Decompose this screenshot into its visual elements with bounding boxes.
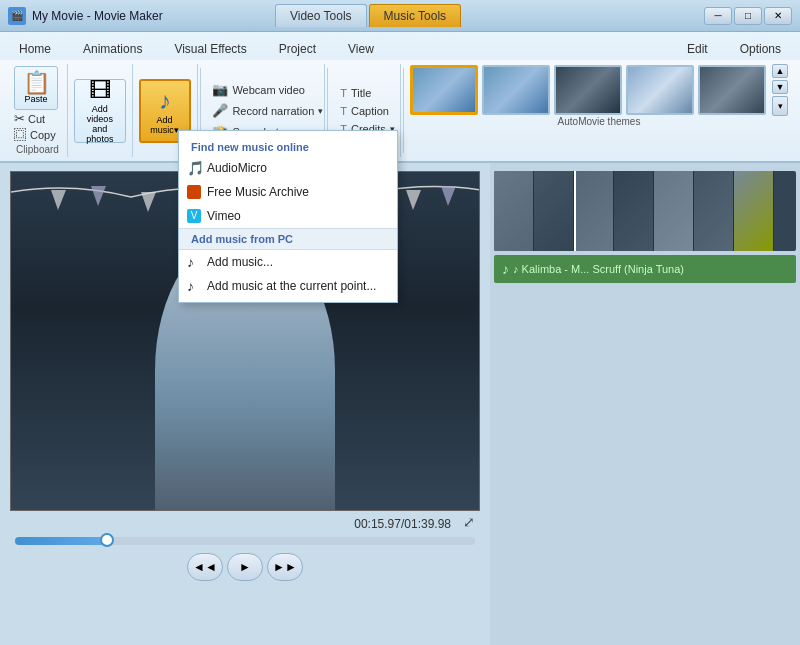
record-narration-button[interactable]: 🎤 Record narration ▾ [208,101,327,120]
caption-button[interactable]: T Caption [336,103,399,119]
progress-thumb[interactable] [100,533,114,547]
add-music-icon: ♪ [187,254,194,270]
free-music-archive-menu-item[interactable]: Free Music Archive [179,180,397,204]
music-note-icon: ♪ [159,87,171,115]
theme-preview-2 [484,67,548,113]
theme-thumb-4[interactable] [626,65,694,115]
vimeo-icon: V [187,209,201,223]
tab-options[interactable]: Options [725,36,796,60]
tab-video-tools[interactable]: Video Tools [275,4,367,27]
copy-icon: ⿴ [14,127,27,142]
dropdown-section-1-header: Find new music online [179,135,397,156]
caption-icon: T [340,105,347,117]
playhead[interactable] [574,171,576,251]
close-button[interactable]: ✕ [764,7,792,25]
tab-edit[interactable]: Edit [672,36,723,60]
themes-scroll-up[interactable]: ▲ [772,64,788,78]
webcam-icon: 📷 [212,82,228,97]
minimize-button[interactable]: ─ [704,7,732,25]
dropdown-section-2-header: Add music from PC [179,228,397,250]
paste-button[interactable]: 📋 Paste [14,66,58,110]
add-music-point-icon: ♪ [187,278,194,294]
folder-icon: 🎞 [89,78,111,104]
themes-scroll-down[interactable]: ▼ [772,80,788,94]
tab-project[interactable]: Project [264,36,331,60]
contextual-tabs: Video Tools Music Tools [275,4,461,27]
ribbon-content: 📋 Paste ✂ Cut ⿴ Copy Clipboard [0,60,800,161]
scissors-icon: ✂ [14,111,25,126]
theme-thumb-5[interactable] [698,65,766,115]
frame-6 [694,171,734,251]
playback-controls: ◄◄ ► ►► [187,553,303,581]
clipboard-controls: 📋 Paste ✂ Cut ⿴ Copy [14,66,61,142]
cut-copy-group: ✂ Cut ⿴ Copy [14,111,56,142]
film-frames [494,171,774,251]
theme-thumb-2[interactable] [482,65,550,115]
add-music-at-point-menu-item[interactable]: ♪ Add music at the current point... [179,274,397,298]
vimeo-menu-item[interactable]: V Vimeo [179,204,397,228]
svg-marker-9 [441,186,456,206]
svg-marker-8 [406,190,421,210]
clipboard-label: Clipboard [14,144,61,155]
svg-marker-0 [51,190,66,210]
title-icon: T [340,87,347,99]
theme-thumb-3[interactable] [554,65,622,115]
svg-marker-1 [91,186,106,206]
add-music-menu-item[interactable]: ♪ Add music... [179,250,397,274]
music-track: ♪ ♪ Kalimba - M... Scruff (Ninja Tuna) [494,255,796,283]
tab-view[interactable]: View [333,36,389,60]
app-icon: 🎬 [8,7,26,25]
frame-7 [734,171,774,251]
tab-visual-effects[interactable]: Visual Effects [159,36,261,60]
frame-1 [494,171,534,251]
text-tools: T Title T Caption T Credits ▾ [336,85,399,137]
audiomicro-icon: 🎵 [187,160,204,176]
next-button[interactable]: ►► [267,553,303,581]
audiomicro-menu-item[interactable]: 🎵 AudioMicro [179,156,397,180]
progress-fill [15,537,107,545]
play-button[interactable]: ► [227,553,263,581]
prev-button[interactable]: ◄◄ [187,553,223,581]
frame-3 [574,171,614,251]
themes-expand[interactable]: ▾ [772,96,788,116]
cut-button[interactable]: ✂ Cut [14,111,56,126]
themes-label: AutoMovie themes [410,116,788,127]
maximize-button[interactable]: □ [734,7,762,25]
title-bar: 🎬 My Movie - Movie Maker Video Tools Mus… [0,0,800,32]
timeline-video-track [494,171,796,251]
ribbon-group-themes: ▲ ▼ ▾ AutoMovie themes [406,64,792,157]
window-controls: ─ □ ✕ [704,7,792,25]
frame-5 [654,171,694,251]
expand-button[interactable]: ⤢ [463,514,475,530]
timecode: 00:15.97/01:39.98 [354,517,455,531]
music-track-icon: ♪ [502,261,509,277]
svg-marker-2 [141,192,156,212]
add-videos-content: 🎞 Add videos and photos [74,66,126,155]
copy-button[interactable]: ⿴ Copy [14,127,56,142]
theme-preview-4 [628,67,692,113]
fma-icon [187,185,201,199]
theme-preview-3 [556,67,620,113]
paste-icon: 📋 [23,72,50,94]
tab-music-tools[interactable]: Music Tools [369,4,461,27]
title-button[interactable]: T Title [336,85,399,101]
separator-3 [403,68,404,153]
mic-icon: 🎤 [212,103,228,118]
ribbon-tab-bar: Home Animations Visual Effects Project V… [0,32,800,60]
timeline-panel: ♪ ♪ Kalimba - M... Scruff (Ninja Tuna) [490,163,800,645]
ribbon-group-add-videos: 🎞 Add videos and photos [68,64,133,157]
window-title: My Movie - Movie Maker [32,9,275,23]
webcam-button[interactable]: 📷 Webcam video [208,80,327,99]
ribbon: Home Animations Visual Effects Project V… [0,32,800,163]
progress-bar[interactable] [15,537,475,545]
add-music-dropdown: Find new music online 🎵 AudioMicro Free … [178,130,398,303]
theme-thumb-1[interactable] [410,65,478,115]
tab-animations[interactable]: Animations [68,36,157,60]
main-area: 00:15.97/01:39.98 ⤢ ◄◄ ► ►► [0,163,800,645]
add-videos-button[interactable]: 🎞 Add videos and photos [74,79,126,143]
music-track-label: ♪ Kalimba - M... Scruff (Ninja Tuna) [513,263,684,275]
theme-preview-5 [700,67,764,113]
tab-home[interactable]: Home [4,36,66,60]
themes-row: ▲ ▼ ▾ [410,64,788,116]
frame-2 [534,171,574,251]
